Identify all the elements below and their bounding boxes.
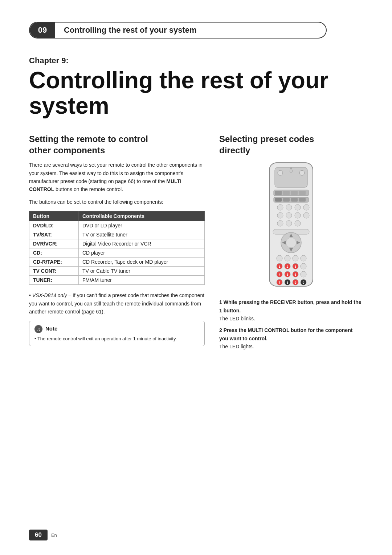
svg-point-20 (277, 212, 283, 218)
note-icon: ♫ (34, 325, 42, 333)
table-header-components: Controllable Components (79, 211, 205, 221)
page-footer: 60 En (29, 530, 57, 540)
page-number: 60 (29, 530, 48, 540)
svg-rect-14 (291, 198, 298, 202)
note-box: ♫ Note • The remote control will exit an… (29, 321, 205, 346)
step-2-body: The LED lights. (219, 344, 254, 349)
svg-point-36 (293, 255, 298, 261)
svg-point-17 (286, 204, 292, 210)
svg-point-5 (290, 167, 292, 169)
svg-text:5: 5 (286, 273, 288, 276)
table-cell-component: TV or Cable TV tuner (79, 267, 205, 276)
chapter-header-title: Controlling the rest of your system (55, 23, 205, 38)
svg-text:8: 8 (286, 281, 288, 284)
table-row: TUNER:FM/AM tuner (29, 276, 205, 285)
svg-point-35 (285, 255, 290, 261)
svg-text:2: 2 (286, 265, 288, 268)
svg-text:9: 9 (294, 281, 296, 284)
svg-point-25 (286, 220, 292, 226)
svg-point-23 (303, 212, 309, 218)
table-cell-component: TV or Satellite tuner (79, 230, 205, 239)
svg-rect-13 (283, 198, 290, 202)
left-section-heading: Setting the remote to controlother compo… (29, 133, 205, 156)
svg-point-37 (301, 255, 306, 261)
page: 09 Controlling the rest of your system C… (0, 0, 392, 555)
note-header: ♫ Note (34, 325, 199, 333)
svg-rect-15 (299, 198, 306, 202)
chapter-label: Chapter 9: (29, 56, 363, 65)
remote-illustration: 1 2 3 4 5 6 7 (219, 161, 363, 292)
remote-svg: 1 2 3 4 5 6 7 (258, 161, 324, 292)
step-1-body: The LED blinks. (219, 316, 255, 321)
table-row: CD-R/TAPE:CD Recorder, Tape deck or MD p… (29, 258, 205, 267)
table-cell-button: TV CONT: (29, 267, 79, 276)
table-header-button: Button (29, 211, 79, 221)
svg-text:4: 4 (278, 273, 280, 276)
page-language: En (51, 532, 57, 538)
table-cell-component: FM/AM tuner (79, 276, 205, 285)
left-body-1: There are several ways to set your remot… (29, 161, 205, 194)
table-cell-component: DVD or LD player (79, 221, 205, 230)
controllable-components-table: Button Controllable Components DVD/LD:DV… (29, 211, 205, 285)
step-2: 2 Press the MULTI CONTROL button for the… (219, 326, 363, 351)
table-row: CD:CD player (29, 248, 205, 258)
svg-point-19 (303, 204, 309, 210)
left-column: Setting the remote to controlother compo… (29, 133, 205, 352)
svg-rect-9 (291, 191, 298, 195)
svg-point-29 (286, 238, 296, 248)
table-cell-button: CD-R/TAPE: (29, 258, 79, 267)
svg-rect-7 (275, 191, 282, 195)
right-column: Selecting preset codesdirectly (219, 133, 363, 355)
svg-rect-8 (283, 191, 290, 195)
svg-text:3: 3 (294, 265, 296, 268)
left-body-2: The buttons can be set to control the fo… (29, 198, 205, 206)
table-cell-button: CD: (29, 248, 79, 258)
chapter-header: 09 Controlling the rest of your system (29, 22, 327, 39)
svg-rect-10 (299, 191, 306, 195)
svg-point-21 (286, 212, 292, 218)
step-1: 1 While pressing the RECEIVER button, pr… (219, 298, 363, 323)
svg-point-18 (295, 204, 301, 210)
note-text: • The remote control will exit an operat… (34, 335, 199, 343)
step-2-bold: 2 Press the MULTI CONTROL button for the… (219, 327, 352, 341)
table-cell-button: TUNER: (29, 276, 79, 285)
svg-point-4 (299, 170, 305, 175)
table-row: DVD/LD:DVD or LD player (29, 221, 205, 230)
right-section-heading: Selecting preset codesdirectly (219, 133, 363, 156)
main-title: Controlling the rest of yoursystem (29, 68, 363, 119)
svg-text:6: 6 (294, 273, 296, 276)
svg-point-2 (278, 170, 283, 175)
bullet-item: VSX-D814 only – If you can't find a pres… (29, 291, 205, 316)
table-cell-button: DVD/LD: (29, 221, 79, 230)
svg-point-3 (290, 170, 293, 173)
svg-point-16 (277, 204, 283, 210)
svg-point-24 (277, 220, 283, 226)
two-column-layout: Setting the remote to controlother compo… (29, 133, 363, 355)
table-cell-component: CD player (79, 248, 205, 258)
svg-point-51 (301, 271, 306, 277)
table-row: DVR/VCR:Digital Video Recorder or VCR (29, 239, 205, 248)
chapter-number: 09 (30, 23, 55, 38)
svg-point-44 (301, 263, 306, 269)
table-row: TV CONT:TV or Cable TV tuner (29, 267, 205, 276)
svg-point-34 (277, 255, 282, 261)
svg-point-22 (295, 212, 301, 218)
svg-text:7: 7 (278, 281, 280, 284)
table-cell-button: DVR/VCR: (29, 239, 79, 248)
table-cell-button: TV/SAT: (29, 230, 79, 239)
table-cell-component: Digital Video Recorder or VCR (79, 239, 205, 248)
svg-text:1: 1 (278, 265, 280, 268)
bullet-section: VSX-D814 only – If you can't find a pres… (29, 291, 205, 316)
note-label: Note (45, 325, 57, 333)
step-1-bold: 1 While pressing the RECEIVER button, pr… (219, 299, 361, 313)
svg-rect-12 (275, 198, 282, 202)
svg-text:0: 0 (302, 281, 304, 284)
svg-point-26 (295, 220, 301, 226)
table-row: TV/SAT:TV or Satellite tuner (29, 230, 205, 239)
table-cell-component: CD Recorder, Tape deck or MD player (79, 258, 205, 267)
